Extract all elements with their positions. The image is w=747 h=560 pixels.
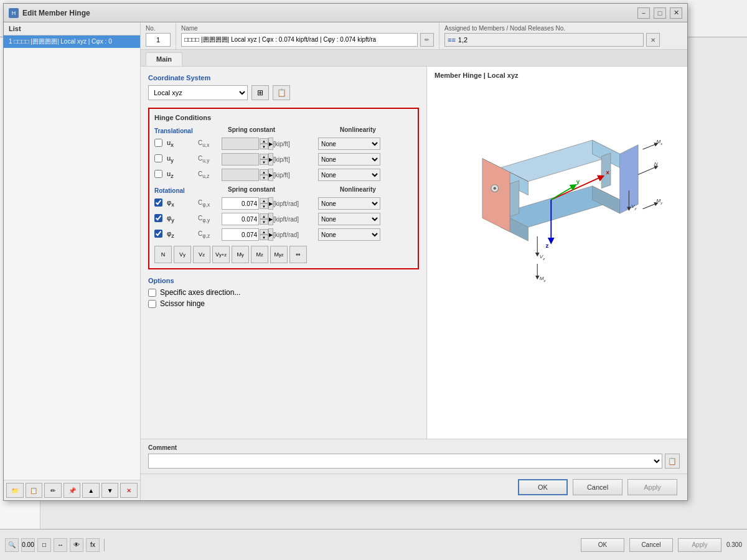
phix-row: φx Cφ,x ▲ ▼ ▶ [kipf <box>154 197 413 210</box>
spring-constant-col-header: Spring constant <box>228 126 278 135</box>
assigned-value-box: ≡≡ 1,2 ✕ <box>444 33 682 47</box>
assigned-clear-button[interactable]: ✕ <box>646 33 660 47</box>
comment-copy-button[interactable]: 📋 <box>665 454 680 469</box>
cancel-button[interactable]: Cancel <box>573 479 622 495</box>
bottom-apply-button[interactable]: Apply <box>678 538 721 552</box>
close-button[interactable]: ✕ <box>670 7 682 19</box>
phiy-arrow-btn[interactable]: ▶ <box>268 213 273 225</box>
phiz-spin-up[interactable]: ▲ <box>260 229 268 235</box>
phiy-spin-up[interactable]: ▲ <box>260 213 268 219</box>
phix-spin-down[interactable]: ▼ <box>260 203 268 209</box>
quick-btn-N[interactable]: N <box>154 246 172 263</box>
bottom-tb-icon-5[interactable]: 👁 <box>70 538 83 552</box>
ux-spin-down[interactable]: ▼ <box>260 144 268 149</box>
quick-btn-Vz[interactable]: Vz <box>193 246 210 263</box>
quick-btn-all[interactable]: ⇔ <box>289 246 307 263</box>
apply-button[interactable]: Apply <box>627 479 677 495</box>
phix-arrow-btn[interactable]: ▶ <box>268 197 273 210</box>
list-btn-edit[interactable]: ✏ <box>44 483 62 498</box>
phiz-spring-label: Cφ,z <box>198 230 210 237</box>
ux-spin-up[interactable]: ▲ <box>260 138 268 144</box>
uz-spring-input <box>222 169 259 181</box>
coordinate-system-dropdown[interactable]: Local xyz Global XYZ <box>148 85 248 100</box>
list-btn-pin[interactable]: 📌 <box>63 483 81 498</box>
bottom-ok-button[interactable]: OK <box>581 538 624 552</box>
uz-spring-label: Cu,z <box>198 170 209 177</box>
dialog-body: List 1 □□□□ |囲囲囲囲| Local xyz | Cφx : 0 📁… <box>4 22 687 500</box>
phix-spring-input[interactable] <box>222 197 259 210</box>
bottom-cancel-button[interactable]: Cancel <box>629 538 673 552</box>
phiy-nonlinearity-dropdown[interactable]: None <box>318 213 380 225</box>
ux-checkbox[interactable] <box>154 139 162 147</box>
uz-checkbox[interactable] <box>154 170 162 178</box>
uy-spin-up[interactable]: ▲ <box>260 154 268 159</box>
name-input[interactable] <box>181 33 418 47</box>
phiy-spring-input[interactable] <box>222 213 259 225</box>
no-input[interactable] <box>146 33 171 47</box>
coord-copy-button[interactable]: ⊞ <box>251 85 269 100</box>
uy-label: uy <box>167 154 174 162</box>
scissor-hinge-checkbox[interactable] <box>148 300 156 308</box>
name-section: Name ✏ <box>176 22 439 49</box>
maximize-button[interactable]: □ <box>654 7 666 19</box>
edit-member-hinge-dialog: H Edit Member Hinge − □ ✕ List 1 □□□□ |囲… <box>3 3 688 501</box>
list-btn-delete[interactable]: ✕ <box>120 483 138 498</box>
tab-bar: Main <box>141 50 687 67</box>
phiy-checkbox[interactable] <box>154 214 162 222</box>
phiz-spring-input[interactable] <box>222 228 259 241</box>
coordinate-system-section: Coordinate System Local xyz Global XYZ ⊞… <box>148 74 419 100</box>
uy-nonlinearity-dropdown[interactable]: None <box>318 153 380 166</box>
specific-axes-label: Specific axes direction... <box>160 288 240 297</box>
bottom-tb-icon-1[interactable]: 🔍 <box>5 538 19 552</box>
main-content: No. Name ✏ Assigned to Members / Nod <box>141 22 687 500</box>
phix-checkbox[interactable] <box>154 198 162 207</box>
uy-row: uy Cu,y ▲ ▼ ▶ [kip/ <box>154 153 413 166</box>
uz-nonlinearity-dropdown[interactable]: None <box>318 169 380 181</box>
svg-line-16 <box>642 144 656 149</box>
quick-btn-VyVz[interactable]: Vy+z <box>212 246 230 263</box>
no-section: No. <box>141 22 176 49</box>
phix-nonlinearity-dropdown[interactable]: None <box>318 197 380 210</box>
list-btn-down[interactable]: ▼ <box>101 483 119 498</box>
phiz-unit-label: [kipft/rad] <box>273 231 318 238</box>
tab-main[interactable]: Main <box>146 52 182 66</box>
phix-spin-up[interactable]: ▲ <box>260 198 268 203</box>
quick-btn-Myz[interactable]: Myz <box>270 246 288 263</box>
options-section: Options Specific axes direction... Sciss… <box>148 277 419 308</box>
list-btn-folder[interactable]: 📁 <box>6 483 24 498</box>
specific-axes-checkbox[interactable] <box>148 289 156 297</box>
comment-dropdown[interactable] <box>148 454 662 469</box>
quick-btn-Mz[interactable]: Mz <box>251 246 268 263</box>
quick-btn-My[interactable]: My <box>232 246 249 263</box>
ux-arrow-btn[interactable]: ▶ <box>268 138 273 150</box>
bottom-tb-icon-3[interactable]: □ <box>37 538 51 552</box>
phiz-nonlinearity-dropdown[interactable]: None <box>318 228 380 241</box>
ux-nonlinearity-dropdown[interactable]: None <box>318 138 380 150</box>
spring-constant-col-header-2: Spring constant <box>228 186 278 195</box>
list-btn-copy[interactable]: 📋 <box>26 483 43 498</box>
bottom-toolbar-right: OK Cancel Apply 0.300 <box>581 538 742 552</box>
phiy-spin-down[interactable]: ▼ <box>260 219 268 225</box>
uz-arrow-btn[interactable]: ▶ <box>268 169 273 181</box>
minimize-button[interactable]: − <box>637 7 650 19</box>
list-panel: List 1 □□□□ |囲囲囲囲| Local xyz | Cφx : 0 📁… <box>4 22 141 500</box>
quick-btn-Vy[interactable]: Vy <box>174 246 191 263</box>
list-btn-up[interactable]: ▲ <box>82 483 100 498</box>
name-edit-button[interactable]: ✏ <box>420 33 434 47</box>
assigned-section: Assigned to Members / Nodal Releases No.… <box>439 22 687 49</box>
uy-checkbox[interactable] <box>154 154 162 162</box>
bottom-tb-icon-4[interactable]: ↔ <box>54 538 67 552</box>
svg-marker-7 <box>593 186 620 213</box>
bottom-tb-icon-2[interactable]: 0.00 <box>21 538 35 552</box>
bottom-tb-icon-6[interactable]: fx <box>86 538 100 552</box>
uy-arrow-btn[interactable]: ▶ <box>268 153 273 166</box>
uy-spin-down[interactable]: ▼ <box>260 159 268 165</box>
uz-spin-up[interactable]: ▲ <box>260 169 268 175</box>
coord-paste-button[interactable]: 📋 <box>273 85 290 100</box>
list-item[interactable]: 1 □□□□ |囲囲囲囲| Local xyz | Cφx : 0 <box>4 35 140 48</box>
ok-button[interactable]: OK <box>518 479 568 495</box>
uz-spin-down[interactable]: ▼ <box>260 175 268 180</box>
phiz-arrow-btn[interactable]: ▶ <box>268 228 273 241</box>
phiz-spin-down[interactable]: ▼ <box>260 235 268 240</box>
phiz-checkbox[interactable] <box>154 230 162 238</box>
